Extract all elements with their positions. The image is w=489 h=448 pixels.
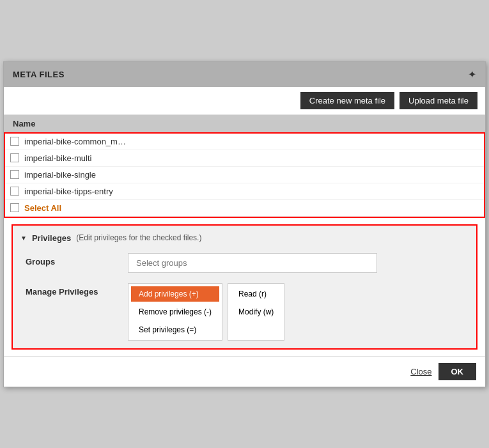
privilege-left-group: Add privileges (+) Remove privileges (-)… [128, 283, 222, 341]
read-privilege-button[interactable]: Read (r) [231, 286, 281, 302]
upload-meta-file-button[interactable]: Upload meta file [400, 92, 477, 109]
privileges-section: ▼ Privileges (Edit privileges for the ch… [12, 224, 477, 350]
meta-files-dialog: META FILES ✦ Create new meta file Upload… [3, 61, 486, 387]
file-name-3: imperial-bike-single [24, 170, 96, 180]
file-checkbox-1[interactable] [10, 137, 19, 146]
privileges-hint: (Edit privileges for the checked files.) [76, 233, 201, 242]
modify-privilege-button[interactable]: Modify (w) [231, 304, 281, 320]
file-name-2: imperial-bike-multi [24, 153, 91, 163]
file-checkbox-4[interactable] [10, 187, 19, 196]
table-row: imperial-bike-single [5, 167, 484, 183]
select-all-checkbox[interactable] [10, 203, 19, 212]
close-button[interactable]: Close [410, 367, 431, 376]
create-meta-file-button[interactable]: Create new meta file [300, 92, 394, 109]
privileges-header: ▼ Privileges (Edit privileges for the ch… [20, 233, 469, 243]
groups-row: Groups [26, 253, 463, 273]
table-row: imperial-bike-tipps-entry [5, 183, 484, 200]
file-list-section: imperial-bike-common_m… imperial-bike-mu… [4, 132, 485, 218]
file-name-4: imperial-bike-tipps-entry [24, 187, 113, 196]
toolbar: Create new meta file Upload meta file [4, 87, 485, 115]
file-checkbox-3[interactable] [10, 170, 19, 179]
table-header: Name [4, 115, 485, 132]
select-all-label[interactable]: Select All [24, 203, 61, 213]
privileges-title: Privileges [32, 233, 71, 243]
dialog-header: META FILES ✦ [4, 62, 485, 87]
manage-privileges-container: Add privileges (+) Remove privileges (-)… [128, 283, 284, 341]
file-list: imperial-bike-common_m… imperial-bike-mu… [5, 134, 484, 217]
file-name-1: imperial-bike-common_m… [24, 137, 126, 146]
ok-button[interactable]: OK [439, 363, 477, 380]
groups-label: Groups [26, 253, 115, 266]
manage-privileges-label: Manage Privileges [26, 283, 115, 297]
table-row: imperial-bike-common_m… [5, 134, 484, 150]
chevron-down-icon: ▼ [20, 235, 27, 242]
privileges-body: Groups Manage Privileges Add privileges … [20, 253, 469, 341]
column-name-header: Name [13, 119, 35, 128]
set-privileges-button[interactable]: Set privileges (=) [131, 322, 219, 337]
dialog-title: META FILES [13, 70, 65, 79]
remove-privileges-button[interactable]: Remove privileges (-) [131, 304, 219, 320]
pin-icon[interactable]: ✦ [468, 68, 476, 81]
groups-input[interactable] [128, 253, 377, 273]
privilege-right-group: Read (r) Modify (w) [228, 283, 284, 341]
dialog-footer: Close OK [4, 356, 485, 387]
select-all-row: Select All [5, 200, 484, 217]
add-privileges-button[interactable]: Add privileges (+) [131, 286, 219, 302]
file-checkbox-2[interactable] [10, 153, 19, 162]
manage-privileges-row: Manage Privileges Add privileges (+) Rem… [26, 283, 463, 341]
table-row: imperial-bike-multi [5, 150, 484, 167]
